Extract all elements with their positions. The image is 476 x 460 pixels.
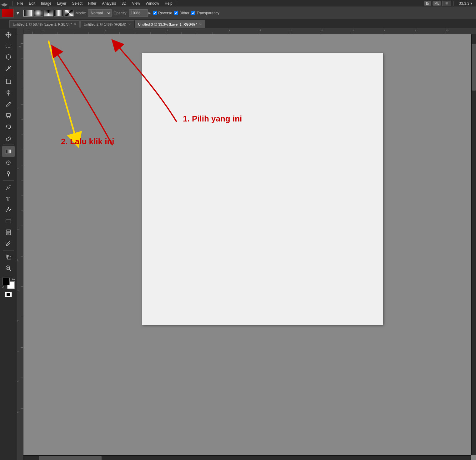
- tab-untitled-1[interactable]: Untitled-1 @ 58,4% (Layer 1, RGB/8) * ✕: [9, 20, 80, 28]
- quick-mask-button[interactable]: [2, 290, 15, 299]
- menu-analysis[interactable]: Analysis: [99, 1, 118, 6]
- dodge-tool[interactable]: [2, 169, 15, 179]
- yellow-arrow: [48, 41, 77, 141]
- gradient-swatch[interactable]: [2, 9, 14, 17]
- vertical-scrollbar[interactable]: [471, 34, 476, 455]
- tool-divider-5: [3, 275, 14, 275]
- pen-tool[interactable]: [2, 182, 15, 193]
- eraser-tool[interactable]: [2, 133, 15, 143]
- menu-bar: Ps File Edit Image Layer Select Filter A…: [0, 0, 476, 7]
- transparency-checkbox-group: Transparency: [191, 11, 219, 15]
- svg-text:2: 2: [167, 29, 168, 32]
- tab-untitled-2[interactable]: Untitled-2 @ 148% (RGB/8) ✕: [80, 20, 134, 28]
- path-selection-tool[interactable]: [2, 205, 15, 215]
- eyedropper-tool[interactable]: [2, 238, 15, 249]
- menu-image[interactable]: Image: [38, 1, 54, 6]
- tool-divider-1: [3, 75, 14, 75]
- menu-select[interactable]: Select: [69, 1, 85, 6]
- tab-close-3[interactable]: ✕: [199, 22, 202, 26]
- tool-divider-4: [3, 250, 14, 250]
- menu-layer[interactable]: Layer: [54, 1, 69, 6]
- tab-scroll-button[interactable]: ◀▶: [0, 0, 9, 9]
- menu-window[interactable]: Window: [143, 1, 162, 6]
- svg-text:3: 3: [17, 229, 19, 230]
- transparency-label[interactable]: Transparency: [197, 11, 219, 15]
- svg-text:8: 8: [17, 381, 19, 382]
- hand-tool[interactable]: [2, 252, 15, 262]
- brush-tool[interactable]: [2, 99, 15, 110]
- healing-brush-tool[interactable]: [2, 88, 15, 98]
- svg-line-27: [9, 269, 11, 271]
- color-swatches[interactable]: ⇆ ↺: [2, 278, 15, 289]
- canvas-area[interactable]: // Generated via inline ticks in SVG 0 1…: [17, 28, 476, 460]
- menu-file[interactable]: File: [15, 1, 26, 6]
- tool-divider-2: [3, 145, 14, 145]
- options-separator: [453, 1, 454, 6]
- gradient-radial-button[interactable]: [33, 10, 43, 17]
- opacity-input[interactable]: [129, 9, 148, 17]
- quick-mask-inner: [7, 293, 10, 296]
- reset-colors-icon[interactable]: ↺: [2, 286, 4, 289]
- mode-select[interactable]: Normal Dissolve Multiply Screen Overlay: [88, 9, 112, 17]
- svg-text:10: 10: [446, 29, 448, 32]
- reverse-label[interactable]: Reverse: [158, 11, 172, 15]
- notes-tool[interactable]: [2, 227, 15, 238]
- svg-text:5: 5: [291, 29, 292, 32]
- switch-colors-icon[interactable]: ⇆: [12, 278, 15, 281]
- blur-tool[interactable]: [2, 157, 15, 168]
- lasso-tool[interactable]: [2, 52, 15, 62]
- crop-tool[interactable]: [2, 77, 15, 87]
- svg-text:7: 7: [17, 351, 19, 352]
- reverse-checkbox[interactable]: [153, 11, 157, 15]
- gradient-dropdown-arrow[interactable]: ▼: [16, 11, 20, 16]
- canvas-document[interactable]: 1. Pilih yang ini 2. Lalu klik ini: [23, 34, 476, 460]
- dither-label[interactable]: Dither: [179, 11, 189, 15]
- opacity-label: Opacity:: [113, 11, 127, 15]
- svg-line-16: [6, 189, 7, 190]
- shape-tool[interactable]: [2, 216, 15, 226]
- annotation-text-1: 1. Pilih yang ini: [183, 114, 242, 124]
- gradient-tool[interactable]: [2, 146, 15, 157]
- dither-checkbox[interactable]: [174, 11, 178, 15]
- transparency-checkbox[interactable]: [191, 11, 195, 15]
- menu-view[interactable]: View: [129, 1, 143, 6]
- bridge-buttons: Br Mb ⊞ 33,3,3 ▾: [424, 1, 475, 6]
- marquee-tool[interactable]: [2, 41, 15, 51]
- svg-text:1: 1: [17, 107, 19, 109]
- gradient-diamond-button[interactable]: [64, 10, 74, 17]
- red-arrow-2: [55, 50, 113, 145]
- foreground-color-box[interactable]: [2, 278, 10, 285]
- bridge-mb-button[interactable]: Mb: [433, 1, 441, 6]
- tab-close-2[interactable]: ✕: [128, 22, 131, 26]
- svg-text:8: 8: [383, 29, 385, 32]
- type-tool[interactable]: T: [2, 193, 15, 204]
- tab-bar: ◀▶ Untitled-1 @ 58,4% (Layer 1, RGB/8) *…: [0, 19, 476, 28]
- ruler-left: 0 1 2: [17, 34, 23, 460]
- bridge-br-button[interactable]: Br: [424, 1, 431, 6]
- move-tool[interactable]: [2, 29, 15, 40]
- menu-3d[interactable]: 3D: [119, 1, 129, 6]
- magic-wand-tool[interactable]: [2, 63, 15, 74]
- svg-point-14: [7, 171, 10, 174]
- svg-text:2: 2: [17, 168, 19, 169]
- opacity-stepper[interactable]: ▶: [148, 11, 151, 15]
- svg-text:5: 5: [17, 290, 19, 291]
- stamp-tool[interactable]: [2, 110, 15, 121]
- history-brush-tool[interactable]: [2, 121, 15, 132]
- tab-untitled-3[interactable]: Untitled-3 @ 33,3% (Layer 1, RGB/8) * ✕: [135, 20, 205, 28]
- gradient-reflected-button[interactable]: [54, 10, 63, 17]
- horizontal-scrollbar[interactable]: [23, 455, 471, 460]
- menu-filter[interactable]: Filter: [86, 1, 99, 6]
- svg-rect-30: [23, 28, 476, 34]
- tab-close-1[interactable]: ✕: [74, 22, 76, 26]
- vertical-scroll-thumb[interactable]: [472, 44, 476, 91]
- screen-mode-button[interactable]: ⊞: [442, 1, 451, 6]
- svg-text:7: 7: [353, 29, 354, 32]
- gradient-angle-button[interactable]: [44, 10, 53, 17]
- gradient-presets: [23, 10, 74, 17]
- zoom-tool[interactable]: [2, 263, 15, 274]
- menu-help[interactable]: Help: [162, 1, 175, 6]
- horizontal-scroll-thumb[interactable]: [39, 456, 102, 460]
- gradient-linear-button[interactable]: [23, 10, 33, 17]
- menu-edit[interactable]: Edit: [26, 1, 38, 6]
